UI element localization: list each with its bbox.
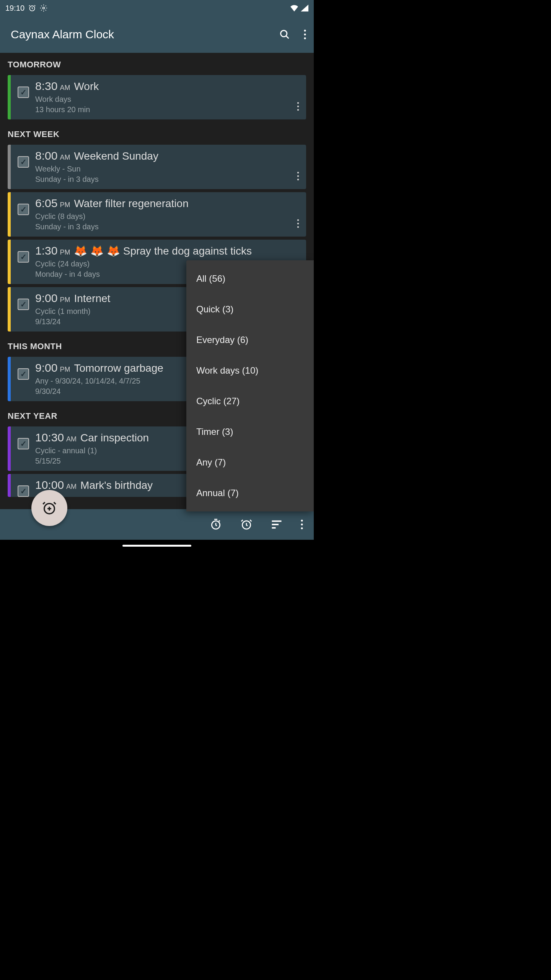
alarm-time: 8:30: [35, 80, 57, 93]
alarm-checkbox[interactable]: ✓: [18, 485, 29, 497]
signal-icon: [301, 5, 308, 11]
alarm-time: 9:00: [35, 292, 57, 305]
filter-popup-menu: All (56)Quick (3)Everyday (6)Work days (…: [186, 260, 314, 511]
svg-point-2: [281, 31, 287, 37]
check-icon: ✓: [20, 157, 27, 167]
check-icon: ✓: [20, 487, 27, 496]
app-header: Caynax Alarm Clock: [0, 16, 314, 53]
alarm-checkbox[interactable]: ✓: [18, 438, 29, 449]
alarm-time: 6:05: [35, 197, 57, 210]
alarm-ampm: AM: [60, 154, 70, 162]
alarm-title: Car inspection: [80, 432, 149, 444]
alarm-time: 9:00: [35, 361, 57, 374]
alarm-title: 🦊 🦊 🦊 Spray the dog against ticks: [74, 245, 252, 257]
app-title: Caynax Alarm Clock: [11, 28, 114, 41]
alarm-checkbox[interactable]: ✓: [18, 204, 29, 215]
alarm-card[interactable]: ✓6:05PMWater filter regenerationCyclic (…: [8, 192, 306, 237]
check-icon: ✓: [20, 252, 27, 261]
more-icon[interactable]: [304, 29, 306, 39]
alarm-more-icon[interactable]: [297, 219, 299, 228]
alarm-checkbox[interactable]: ✓: [18, 156, 29, 168]
alarm-checkbox[interactable]: ✓: [18, 87, 29, 98]
alarm-stripe: [8, 75, 11, 119]
filter-menu-item[interactable]: Everyday (6): [186, 325, 314, 355]
nav-pill[interactable]: [122, 545, 191, 547]
svg-point-12: [297, 219, 299, 221]
timer-icon[interactable]: [210, 518, 222, 531]
alarm-stripe: [8, 426, 11, 471]
gear-icon: [40, 4, 47, 12]
check-icon: ✓: [20, 300, 27, 309]
nav-bar: [0, 540, 314, 551]
alarm-title: Mark's birthday: [80, 479, 153, 492]
alarm-stripe: [8, 240, 11, 284]
alarm-title: Water filter regeneration: [74, 198, 188, 210]
filter-menu-item[interactable]: Quick (3): [186, 294, 314, 325]
filter-menu-item[interactable]: Timer (3): [186, 416, 314, 447]
svg-point-4: [304, 34, 306, 36]
alarm-stripe: [8, 192, 11, 237]
alarm-detail: Sunday - in 3 days: [35, 175, 301, 184]
alarm-checkbox[interactable]: ✓: [18, 251, 29, 263]
alarm-detail: 13 hours 20 min: [35, 105, 301, 114]
svg-point-18: [301, 520, 303, 522]
filter-menu-item[interactable]: Annual (7): [186, 478, 314, 508]
filter-menu-item[interactable]: All (56): [186, 263, 314, 294]
svg-point-8: [297, 109, 299, 111]
alarm-time: 1:30: [35, 244, 57, 257]
alarm-ampm: PM: [60, 201, 70, 209]
svg-point-19: [301, 524, 303, 526]
alarm-time: 10:00: [35, 479, 64, 492]
alarm-ampm: PM: [60, 366, 70, 374]
alarm-icon: [28, 4, 36, 12]
alarm-card[interactable]: ✓8:30AMWorkWork days13 hours 20 min: [8, 75, 306, 119]
alarm-detail: Sunday - in 3 days: [35, 222, 301, 231]
svg-point-5: [304, 38, 306, 39]
section-header: TOMORROW: [0, 53, 314, 74]
alarm-ampm: AM: [66, 435, 77, 443]
alarm-time: 8:00: [35, 149, 57, 162]
alarm-stripe: [8, 287, 11, 332]
svg-point-7: [297, 106, 299, 108]
wifi-icon: [290, 5, 298, 11]
alarm-title: Work: [74, 80, 99, 93]
svg-point-10: [297, 175, 299, 177]
svg-point-6: [297, 102, 299, 104]
alarm-title: Internet: [74, 292, 110, 305]
svg-point-20: [301, 528, 303, 529]
svg-point-1: [43, 7, 45, 9]
alarm-time: 10:30: [35, 431, 64, 444]
alarm-more-icon[interactable]: [297, 172, 299, 181]
alarm-checkbox[interactable]: ✓: [18, 299, 29, 310]
alarm-subtitle: Weekly - Sun: [35, 165, 301, 173]
svg-point-11: [297, 179, 299, 181]
svg-point-9: [297, 172, 299, 174]
alarm-ampm: PM: [60, 248, 70, 256]
alarm-stripe: [8, 474, 11, 497]
section-header: NEXT WEEK: [0, 122, 314, 143]
alarm-subtitle: Cyclic (8 days): [35, 212, 301, 221]
alarm-checkbox[interactable]: ✓: [18, 368, 29, 380]
filter-menu-item[interactable]: Work days (10): [186, 355, 314, 386]
svg-point-3: [304, 30, 306, 32]
svg-point-13: [297, 223, 299, 225]
filter-menu-item[interactable]: Cyclic (27): [186, 386, 314, 416]
bottom-more-icon[interactable]: [301, 519, 303, 529]
alarm-more-icon[interactable]: [297, 102, 299, 111]
clock-icon[interactable]: [240, 518, 253, 531]
add-alarm-fab[interactable]: [31, 490, 67, 526]
sort-icon[interactable]: [271, 520, 282, 529]
search-icon[interactable]: [279, 29, 290, 40]
alarm-title: Tomorrow garbage: [74, 362, 163, 374]
svg-point-14: [297, 226, 299, 228]
alarm-subtitle: Work days: [35, 95, 301, 104]
check-icon: ✓: [20, 439, 27, 448]
status-bar: 19:10: [0, 0, 314, 16]
check-icon: ✓: [20, 369, 27, 379]
alarm-stripe: [8, 145, 11, 189]
alarm-card[interactable]: ✓8:00AMWeekend SundayWeekly - SunSunday …: [8, 145, 306, 189]
status-time: 19:10: [5, 4, 24, 13]
filter-menu-item[interactable]: Any (7): [186, 447, 314, 478]
check-icon: ✓: [20, 88, 27, 97]
alarm-title: Weekend Sunday: [74, 150, 158, 162]
